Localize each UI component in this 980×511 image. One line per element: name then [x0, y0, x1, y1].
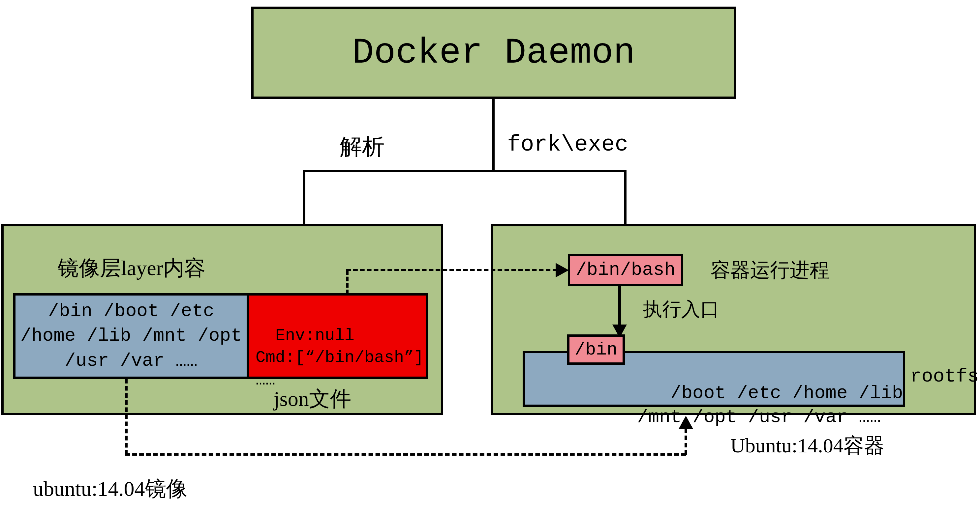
container-caption: Ubuntu:14.04容器 [730, 432, 885, 459]
dashed-layer-down [125, 379, 127, 455]
line-daemon-down [492, 99, 495, 171]
bin-bash-box: /bin/bash [568, 254, 683, 286]
docker-daemon-title: Docker Daemon [352, 32, 635, 73]
line-horizontal-split [303, 170, 627, 172]
exec-entry-label: 执行入口 [643, 297, 719, 322]
container-proc-label: 容器运行进程 [711, 257, 829, 284]
dashed-layer-up [684, 428, 687, 455]
docker-daemon-box: Docker Daemon [251, 6, 736, 99]
dashed-layer-right [125, 453, 686, 455]
bin-box: /bin [567, 335, 625, 365]
bin-bash-text: /bin/bash [576, 259, 675, 280]
rootfs-dirs: /boot /etc /home /lib /mnt /opt /usr /va… [637, 382, 903, 428]
parse-label: 解析 [340, 132, 385, 162]
dashed-json-right [346, 269, 557, 271]
arrow-layer-to-rootfs [679, 416, 693, 429]
layer-dirs-text: /bin /boot /etc /home /lib /mnt /opt /us… [20, 299, 242, 374]
dashed-json-up [346, 270, 348, 294]
image-caption: ubuntu:14.04镜像 [33, 474, 187, 503]
json-file-label: json文件 [274, 384, 351, 413]
layer-dirs-box: /bin /boot /etc /home /lib /mnt /opt /us… [13, 293, 249, 379]
bin-text: /bin [575, 340, 617, 360]
json-box: Env:null Cmd:[“/bin/bash”] …… [247, 293, 428, 379]
line-bash-to-bin [618, 286, 621, 327]
layer-title: 镜像层layer内容 [58, 254, 205, 282]
arrow-json-to-bash [555, 263, 569, 278]
forkexec-label: fork\exec [507, 132, 628, 157]
rootfs-label: rootfs [910, 366, 979, 387]
